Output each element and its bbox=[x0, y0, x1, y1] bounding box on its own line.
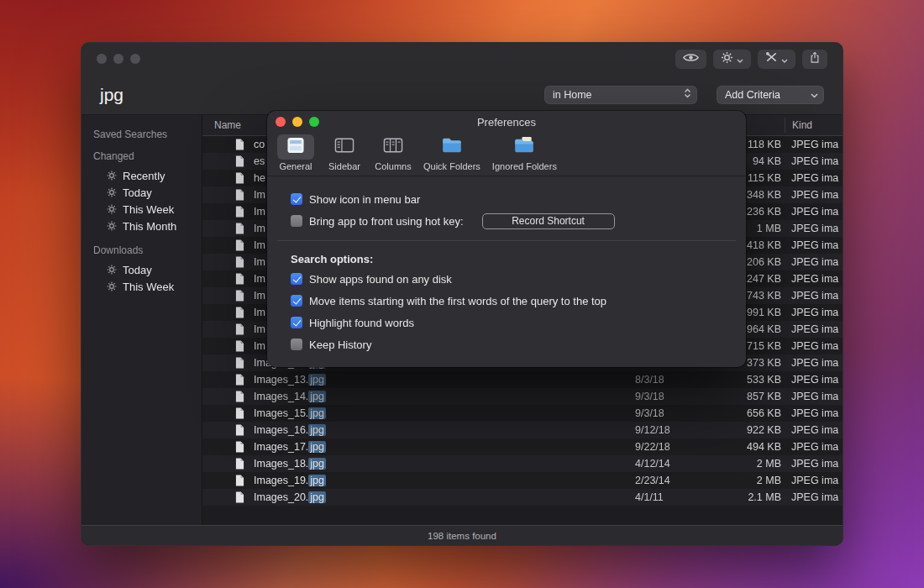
document-icon bbox=[235, 189, 246, 201]
record-shortcut-button[interactable]: Record Shortcut bbox=[482, 213, 615, 229]
ignored-folders-icon bbox=[513, 136, 535, 158]
smart-folder-gear-icon bbox=[107, 204, 117, 214]
document-icon bbox=[235, 340, 246, 352]
sidebar-item[interactable]: Today bbox=[81, 184, 202, 201]
settings-menu-button[interactable] bbox=[713, 50, 751, 69]
smart-folder-gear-icon bbox=[107, 187, 117, 197]
share-icon bbox=[810, 51, 820, 67]
sidebar-item[interactable]: Recently bbox=[81, 167, 202, 184]
tab-ignored-folders[interactable]: Ignored Folders bbox=[492, 134, 557, 171]
chevron-down-icon bbox=[737, 51, 743, 66]
preferences-tab-bar: General Sidebar Columns Quick Folders Ig… bbox=[267, 133, 746, 176]
zoom-button[interactable] bbox=[309, 117, 319, 127]
search-term-highlight: jpg bbox=[308, 407, 326, 419]
sidebar-item[interactable]: Today bbox=[81, 261, 202, 278]
share-button[interactable] bbox=[802, 50, 827, 69]
file-name: Images_15.jpg bbox=[254, 407, 606, 419]
file-date: 9/22/18 bbox=[635, 441, 726, 453]
tab-label: Quick Folders bbox=[423, 161, 480, 171]
status-text: 198 items found bbox=[428, 531, 496, 541]
eye-icon bbox=[683, 51, 699, 66]
file-kind: JPEG ima bbox=[791, 424, 843, 436]
document-icon bbox=[235, 256, 246, 268]
file-date: 2/23/14 bbox=[635, 475, 726, 486]
file-kind: JPEG ima bbox=[791, 391, 843, 402]
add-criteria-dropdown[interactable]: Add Criteria bbox=[717, 86, 824, 104]
sidebar-item-label: This Week bbox=[123, 203, 174, 216]
file-kind: JPEG ima bbox=[791, 223, 843, 234]
file-date: 9/3/18 bbox=[635, 407, 726, 419]
file-row[interactable]: Images_20.jpg4/1/112.1 MBJPEG ima bbox=[202, 489, 843, 506]
document-icon bbox=[235, 458, 246, 470]
file-row[interactable]: Images_18.jpg4/12/142 MBJPEG ima bbox=[202, 455, 843, 472]
file-size: 857 KB bbox=[726, 391, 781, 402]
minimize-button[interactable] bbox=[292, 117, 302, 127]
zoom-button[interactable] bbox=[130, 54, 140, 64]
file-name: Images_19.jpg bbox=[254, 475, 606, 486]
file-name: Images_20.jpg bbox=[254, 491, 606, 503]
general-pane: Show icon in menu bar Bring app to front… bbox=[267, 176, 746, 355]
document-icon bbox=[235, 374, 246, 386]
file-name: Images_16.jpg bbox=[254, 424, 606, 436]
search-options-heading: Search options: bbox=[291, 249, 722, 268]
checkbox-bring-app-to-front[interactable] bbox=[291, 215, 302, 227]
tab-sidebar[interactable]: Sidebar bbox=[326, 134, 363, 171]
document-icon bbox=[235, 172, 246, 184]
tab-columns[interactable]: Columns bbox=[375, 134, 412, 171]
tab-label: Ignored Folders bbox=[492, 161, 557, 171]
checkbox-show-apps-any-disk[interactable] bbox=[291, 273, 302, 285]
file-date: 9/12/18 bbox=[635, 424, 726, 436]
search-term-highlight: jpg bbox=[308, 475, 326, 486]
general-icon bbox=[285, 136, 307, 158]
file-date: 4/1/11 bbox=[635, 491, 726, 503]
smart-folder-gear-icon bbox=[107, 171, 117, 181]
separator bbox=[277, 240, 736, 241]
column-header-kind[interactable]: Kind bbox=[792, 119, 812, 131]
scope-dropdown[interactable]: in Home bbox=[544, 86, 697, 104]
checkbox-show-icon-in-menu-bar[interactable] bbox=[291, 193, 302, 205]
file-kind: JPEG ima bbox=[791, 407, 843, 419]
file-row[interactable]: Images_16.jpg9/12/18922 KBJPEG ima bbox=[202, 422, 843, 438]
window-toolbar bbox=[675, 50, 827, 69]
search-header: jpg in Home Add Criteria bbox=[81, 75, 843, 115]
file-row[interactable]: Images_17.jpg9/22/18494 KBJPEG ima bbox=[202, 438, 843, 455]
tab-label: General bbox=[279, 161, 312, 171]
sidebar-item[interactable]: This Month bbox=[81, 218, 202, 234]
search-term-highlight: jpg bbox=[308, 491, 326, 503]
file-kind: JPEG ima bbox=[791, 357, 843, 369]
smart-folder-gear-icon bbox=[107, 265, 117, 275]
file-kind: JPEG ima bbox=[791, 256, 843, 268]
sidebar-item[interactable]: This Week bbox=[81, 278, 202, 295]
file-row[interactable]: Images_15.jpg9/3/18656 KBJPEG ima bbox=[202, 405, 843, 422]
document-icon bbox=[235, 424, 246, 436]
column-header-name[interactable]: Name bbox=[214, 119, 241, 131]
chevron-down-icon bbox=[781, 51, 788, 66]
sidebar-item-label: Today bbox=[123, 186, 152, 199]
sidebar-item-label: Today bbox=[123, 264, 152, 276]
stepper-chevrons-icon bbox=[684, 88, 691, 101]
document-icon bbox=[235, 273, 246, 285]
preview-button[interactable] bbox=[675, 50, 706, 69]
tab-general[interactable]: General bbox=[277, 134, 314, 171]
traffic-lights bbox=[97, 54, 140, 64]
file-kind: JPEG ima bbox=[791, 441, 843, 453]
file-name: Images_14.jpg bbox=[254, 391, 606, 402]
close-button[interactable] bbox=[97, 54, 107, 64]
file-row[interactable]: Images_13.jpg8/3/18533 KBJPEG ima bbox=[202, 371, 843, 388]
file-row[interactable]: Images_19.jpg2/23/142 MBJPEG ima bbox=[202, 472, 843, 489]
file-size: 2.1 MB bbox=[726, 491, 781, 503]
file-row[interactable]: Images_14.jpg9/3/18857 KBJPEG ima bbox=[202, 388, 843, 405]
checkbox-highlight-found-words[interactable] bbox=[291, 317, 302, 328]
document-icon bbox=[235, 155, 246, 167]
close-button[interactable] bbox=[276, 117, 286, 127]
file-kind: JPEG ima bbox=[791, 189, 843, 201]
file-size: 533 KB bbox=[726, 374, 781, 386]
tools-menu-button[interactable] bbox=[758, 50, 795, 69]
option-label: Show icon in menu bar bbox=[309, 193, 420, 206]
sidebar-item[interactable]: This Week bbox=[81, 201, 202, 218]
checkbox-keep-history[interactable] bbox=[291, 339, 302, 350]
checkbox-move-items-first-words[interactable] bbox=[291, 295, 302, 307]
minimize-button[interactable] bbox=[113, 54, 123, 64]
tab-quick-folders[interactable]: Quick Folders bbox=[423, 134, 480, 171]
search-term[interactable]: jpg bbox=[100, 85, 123, 105]
